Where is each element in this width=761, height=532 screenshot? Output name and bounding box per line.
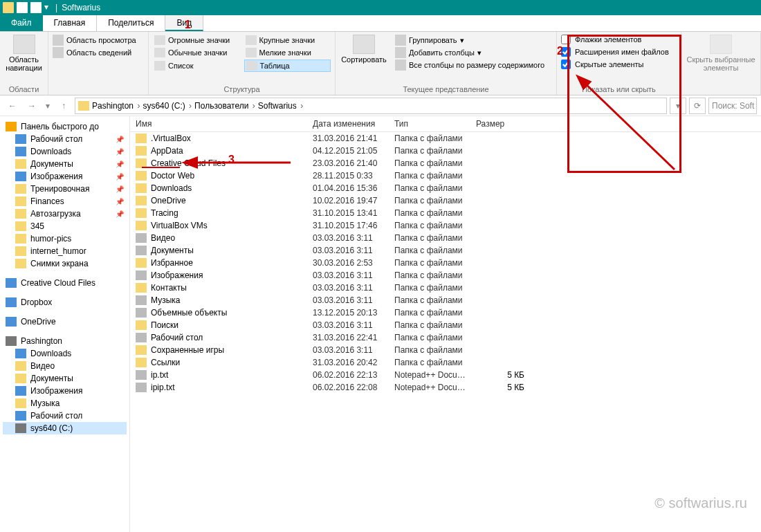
- folder-icon: [3, 2, 14, 13]
- breadcrumb[interactable]: Pashington: [92, 101, 140, 111]
- file-row[interactable]: Видео03.03.2016 3:11Папка с файлами: [130, 232, 761, 244]
- file-row[interactable]: ipip.txt06.02.2016 22:08Notepad++ Docu…5…: [130, 381, 761, 394]
- file-row[interactable]: Поиски03.03.2016 3:11Папка с файлами: [130, 319, 761, 331]
- nav-pc-music[interactable]: Музыка: [3, 397, 127, 410]
- file-row[interactable]: Контакты03.03.2016 3:11Папка с файлами: [130, 282, 761, 294]
- layout-large[interactable]: Крупные значки: [244, 35, 331, 46]
- breadcrumb[interactable]: Пользователи: [194, 101, 255, 111]
- nav-ihumor[interactable]: internet_humor: [3, 245, 127, 257]
- up-button[interactable]: ↑: [55, 98, 72, 114]
- file-row[interactable]: Creative Cloud Files23.03.2016 21:40Папк…: [130, 157, 761, 169]
- layout-huge[interactable]: Огромные значки: [153, 35, 240, 46]
- add-columns-button[interactable]: Добавить столбцы ▾: [395, 47, 544, 58]
- file-row[interactable]: Сохраненные игры03.03.2016 3:11Папка с ф…: [130, 344, 761, 356]
- nav-autorun[interactable]: Автозагрузка📌: [3, 208, 127, 220]
- file-row[interactable]: Doctor Web28.11.2015 0:33Папка с файлами: [130, 169, 761, 182]
- nav-345[interactable]: 345: [3, 220, 127, 232]
- nav-pc-desktop[interactable]: Рабочий стол: [3, 410, 127, 422]
- recent-button[interactable]: ▾: [43, 98, 53, 114]
- details-pane-button[interactable]: Область сведений: [53, 47, 144, 58]
- file-row[interactable]: Изображения03.03.2016 3:11Папка с файлам…: [130, 269, 761, 282]
- file-row[interactable]: AppData04.12.2015 21:05Папка с файлами: [130, 145, 761, 157]
- onedrive-icon: [6, 317, 17, 327]
- file-row[interactable]: Музыка03.03.2016 3:11Папка с файлами: [130, 294, 761, 306]
- nav-pc-video[interactable]: Видео: [3, 360, 127, 372]
- file-row[interactable]: Объемные объекты13.12.2015 20:13Папка с …: [130, 306, 761, 319]
- navigation-pane-button[interactable]: Область навигации: [4, 35, 44, 72]
- group-by-button[interactable]: Группировать ▾: [395, 35, 544, 46]
- tab-file[interactable]: Файл: [0, 15, 43, 31]
- qat-icon-1[interactable]: [17, 2, 28, 13]
- hide-selected-button[interactable]: Скрыть выбранные элементы: [686, 35, 756, 72]
- nav-this-pc[interactable]: Pashington: [3, 335, 127, 347]
- file-row[interactable]: ip.txt06.02.2016 22:13Notepad++ Docu…5 К…: [130, 369, 761, 381]
- nav-onedrive[interactable]: OneDrive: [3, 315, 127, 328]
- nav-dropbox[interactable]: Dropbox: [3, 296, 127, 309]
- file-row[interactable]: VirtualBox VMs31.10.2015 17:46Папка с фа…: [130, 219, 761, 232]
- file-type: Папка с файлами: [394, 283, 476, 293]
- folder-icon: [15, 184, 26, 194]
- back-button[interactable]: ←: [4, 98, 21, 114]
- drive-icon: [15, 423, 26, 433]
- forward-button[interactable]: →: [24, 98, 40, 114]
- nav-screenshots[interactable]: Снимки экрана: [3, 257, 127, 270]
- hidden-items-toggle[interactable]: Скрытые элементы: [561, 59, 677, 69]
- item-checkboxes-toggle[interactable]: Флажки элементов: [561, 35, 677, 44]
- column-headers[interactable]: Имя Дата изменения Тип Размер: [130, 116, 761, 132]
- nav-pc-sys640[interactable]: sys640 (C:): [3, 422, 127, 434]
- nav-pc-docs[interactable]: Документы: [3, 372, 127, 385]
- file-row[interactable]: OneDrive10.02.2016 19:47Папка с файлами: [130, 194, 761, 207]
- layout-list[interactable]: Список: [153, 59, 240, 72]
- tab-share[interactable]: Поделиться: [97, 15, 165, 31]
- layout-normal[interactable]: Обычные значки: [153, 47, 240, 58]
- layout-table[interactable]: Таблица: [244, 59, 331, 72]
- nav-pc-pics[interactable]: Изображения: [3, 385, 127, 397]
- navigation-tree[interactable]: Панель быстрого до Рабочий стол📌 Downloa…: [0, 116, 130, 532]
- breadcrumb[interactable]: Softwarius: [258, 101, 303, 111]
- file-row[interactable]: .VirtualBox31.03.2016 21:41Папка с файла…: [130, 132, 761, 145]
- nav-desktop[interactable]: Рабочий стол📌: [3, 133, 127, 145]
- nav-pictures[interactable]: Изображения📌: [3, 170, 127, 183]
- ribbon-tabs: Файл Главная Поделиться Вид: [0, 15, 761, 32]
- qat-icon-2[interactable]: [30, 2, 42, 13]
- path-box[interactable]: Pashington sys640 (C:) Пользователи Soft…: [75, 98, 667, 114]
- file-row[interactable]: Рабочий стол31.03.2016 22:41Папка с файл…: [130, 331, 761, 344]
- refresh-button[interactable]: ⟳: [689, 98, 706, 114]
- file-extensions-toggle[interactable]: Расширения имен файлов: [561, 47, 677, 57]
- tab-home[interactable]: Главная: [43, 15, 98, 31]
- search-input[interactable]: Поиск: Soft: [708, 98, 757, 114]
- tab-view[interactable]: Вид: [165, 15, 203, 31]
- chevron-down-icon[interactable]: ▾: [44, 2, 48, 13]
- nav-documents[interactable]: Документы📌: [3, 158, 127, 170]
- huge-icon: [154, 35, 165, 45]
- col-name[interactable]: Имя: [136, 119, 313, 129]
- nav-training[interactable]: Тренировочная📌: [3, 183, 127, 195]
- col-date[interactable]: Дата изменения: [313, 119, 394, 129]
- nav-quick-access[interactable]: Панель быстрого до: [3, 120, 127, 133]
- nav-downloads[interactable]: Downloads📌: [3, 145, 127, 158]
- sort-button[interactable]: Сортировать: [340, 35, 388, 64]
- file-row[interactable]: Документы03.03.2016 3:11Папка с файлами: [130, 244, 761, 257]
- file-icon: [136, 183, 147, 193]
- breadcrumb[interactable]: sys640 (C:): [143, 101, 192, 111]
- nav-pc-downloads[interactable]: Downloads: [3, 347, 127, 360]
- fit-columns-button[interactable]: Все столбцы по размеру содержимого: [395, 59, 544, 71]
- group-label-current: Текущее представление: [340, 84, 552, 93]
- preview-icon: [53, 35, 64, 46]
- file-row[interactable]: Избранное30.03.2016 2:53Папка с файлами: [130, 257, 761, 269]
- file-list[interactable]: Имя Дата изменения Тип Размер .VirtualBo…: [130, 116, 761, 532]
- nav-ccf[interactable]: Creative Cloud Files: [3, 277, 127, 289]
- file-row[interactable]: Ссылки31.03.2016 20:42Папка с файлами: [130, 356, 761, 369]
- file-icon: [136, 295, 147, 305]
- file-row[interactable]: Tracing31.10.2015 13:41Папка с файлами: [130, 207, 761, 219]
- nav-finances[interactable]: Finances📌: [3, 195, 127, 208]
- file-row[interactable]: Downloads01.04.2016 15:36Папка с файлами: [130, 182, 761, 194]
- preview-pane-button[interactable]: Область просмотра: [53, 35, 144, 46]
- dropbox-icon: [6, 297, 17, 307]
- col-size[interactable]: Размер: [476, 119, 531, 129]
- layout-small[interactable]: Мелкие значки: [244, 47, 331, 58]
- dropdown-button[interactable]: ▾: [670, 98, 686, 114]
- col-type[interactable]: Тип: [394, 119, 476, 129]
- file-name: .VirtualBox: [151, 134, 313, 143]
- nav-humor[interactable]: humor-pics: [3, 232, 127, 245]
